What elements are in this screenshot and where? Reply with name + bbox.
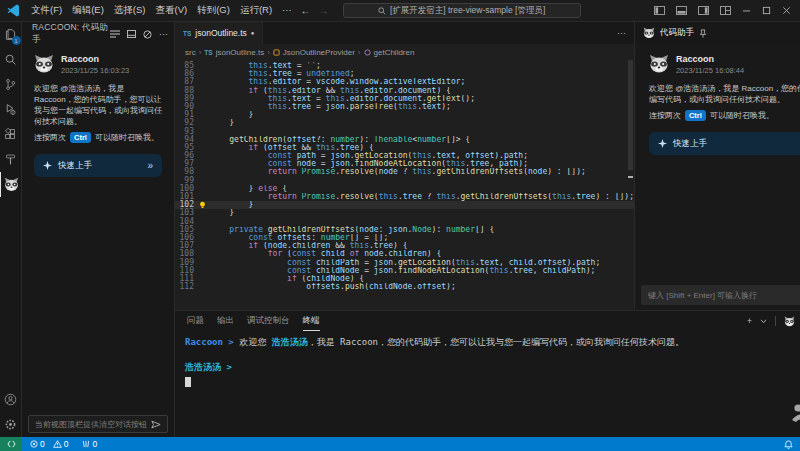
code-line[interactable]: 87 this.editor = vscode.window.activeTex… (175, 78, 634, 86)
sidebar-title: RACCOON: 代码助手 (32, 22, 110, 46)
remote-indicator[interactable] (0, 437, 22, 451)
code-line[interactable]: 96 const path = json.getLocation(this.te… (175, 152, 634, 160)
sidebar-chat-input[interactable]: 当前视图顶栏提供清空对话按钮 (28, 415, 168, 433)
assistant-panel: 代码助手 ··· Raccoon 2023/11/25 16:08:44 (634, 22, 800, 310)
code-line[interactable]: 85 this.text = ''; (175, 62, 634, 70)
code-line[interactable]: 90 this.tree = json.parseTree(this.text)… (175, 103, 634, 111)
breadcrumb-method[interactable]: getChildren (374, 48, 415, 57)
settings-gear-icon[interactable] (0, 412, 22, 437)
code-line[interactable]: 94 getChildren(offset?: number): Thenabl… (175, 136, 634, 144)
menu-run[interactable]: 运行(R) (235, 4, 277, 17)
notifications-bell-icon[interactable] (784, 440, 793, 449)
gutter (199, 234, 210, 242)
menu-selection[interactable]: 选择(S) (109, 4, 151, 17)
code-line[interactable]: 88 if (this.editor && this.editor.docume… (175, 87, 634, 95)
tab-output[interactable]: 输出 (217, 311, 234, 331)
activity-extensions-icon[interactable] (0, 122, 22, 147)
command-center-search[interactable]: [扩展开发宿主] tree-view-sample [管理员] (343, 3, 581, 18)
code-line[interactable]: 104 (175, 218, 634, 226)
extension-status[interactable]: 0 (82, 439, 97, 449)
code-text: this.tree = undefined; (210, 70, 355, 78)
code-line[interactable]: 110 const childNode = json.findNodeAtLoc… (175, 267, 634, 275)
editor-scrollbar[interactable] (628, 60, 633, 170)
code-line[interactable]: 98 return Promise.resolve(node ? this.ge… (175, 168, 634, 176)
chevron-down-icon[interactable] (760, 319, 767, 324)
code-editor[interactable]: 85 this.text = '';86 this.tree = undefin… (175, 60, 634, 310)
settings-icon[interactable] (143, 30, 152, 39)
toggle-secondary-sidebar-icon[interactable] (698, 6, 709, 15)
tab-jsonoutline[interactable]: TS jsonOutline.ts ● (175, 22, 263, 44)
code-line[interactable]: 102 } (175, 201, 634, 209)
quickstart-label: 快速上手 (673, 138, 707, 150)
line-number[interactable]: 112 (175, 283, 199, 291)
quickstart-button[interactable]: 快速上手 » (34, 154, 162, 177)
menu-overflow[interactable]: ··· (277, 4, 297, 17)
maximize-icon[interactable] (762, 6, 771, 15)
menu-file[interactable]: 文件(F) (26, 4, 67, 17)
toggle-sidebar-icon[interactable] (654, 6, 665, 15)
code-line[interactable]: 86 this.tree = undefined; (175, 70, 634, 78)
lightbulb-icon[interactable] (199, 201, 210, 209)
activity-source-control-icon[interactable] (0, 72, 22, 97)
tab-debug-console[interactable]: 调试控制台 (247, 311, 290, 331)
customize-layout-icon[interactable] (720, 6, 731, 15)
accounts-icon[interactable] (0, 387, 22, 412)
ctrl-key-chip: Ctrl (685, 110, 706, 121)
breadcrumb-file[interactable]: jsonOutline.ts (216, 48, 264, 57)
code-line[interactable]: 101 return Promise.resolve(this.tree ? t… (175, 193, 634, 201)
close-icon[interactable] (782, 6, 791, 15)
modified-dot-icon[interactable]: ● (251, 30, 255, 36)
toggle-panel-icon[interactable] (676, 6, 687, 15)
code-line[interactable]: 111 if (childNode) { (175, 275, 634, 283)
code-line[interactable]: 108 for (const child of node.children) { (175, 250, 634, 258)
code-line[interactable]: 99 (175, 177, 634, 185)
code-text: } (210, 111, 253, 119)
code-line[interactable]: 109 const childPath = json.getLocation(t… (175, 259, 634, 267)
assistant-tab-label[interactable]: 代码助手 (660, 27, 694, 39)
hint-prefix: 连按两次 (34, 132, 66, 143)
code-line[interactable]: 97 const node = json.findNodeAtLocation(… (175, 160, 634, 168)
forward-icon[interactable]: → (319, 5, 329, 16)
code-line[interactable]: 93 (175, 128, 634, 136)
code-line[interactable]: 91 } (175, 111, 634, 119)
activity-explorer-icon[interactable]: 1 (0, 22, 22, 47)
breadcrumb-class[interactable]: JsonOutlineProvider (283, 48, 355, 57)
menu-view[interactable]: 查看(V) (150, 4, 192, 17)
breadcrumb-src[interactable]: src (185, 48, 196, 57)
warnings-status[interactable]: 0 (53, 439, 69, 449)
code-line[interactable]: 107 if (node.children && this.tree) { (175, 242, 634, 250)
code-line[interactable]: 92 } (175, 119, 634, 127)
code-line[interactable]: 106 const offsets: number[] = []; (175, 234, 634, 242)
activity-tools-icon[interactable] (0, 147, 22, 172)
pin-icon[interactable] (699, 29, 707, 38)
activity-run-debug-icon[interactable] (0, 97, 22, 122)
clear-chat-icon[interactable] (110, 30, 120, 38)
activity-search-icon[interactable] (0, 47, 22, 72)
code-line[interactable]: 103 } (175, 209, 634, 217)
code-line[interactable]: 105 private getChildrenOffsets(node: jso… (175, 226, 634, 234)
code-line[interactable]: 89 this.text = this.editor.document.getT… (175, 95, 634, 103)
terminal-content[interactable]: Raccoon > 欢迎您 浩浩汤汤，我是 Raccoon，您的代码助手，您可以… (175, 331, 800, 387)
activity-raccoon-icon[interactable] (0, 172, 22, 197)
open-in-editor-icon[interactable] (127, 30, 136, 38)
tab-problems[interactable]: 问题 (187, 311, 204, 331)
terminal-username: 浩浩汤汤 (272, 337, 308, 347)
hotkey-hint: 连按两次 Ctrl 可以随时召唤我。 (34, 132, 162, 143)
code-line[interactable]: 95 if (offset && this.tree) { (175, 144, 634, 152)
code-text: if (offset && this.tree) { (210, 144, 374, 152)
minimize-icon[interactable] (742, 6, 751, 15)
code-line[interactable]: 112 offsets.push(childNode.offset); (175, 283, 634, 291)
errors-status[interactable]: 0 (30, 439, 45, 449)
assistant-chat-input[interactable]: 键入 [Shift + Enter] 可输入换行 (641, 285, 800, 305)
code-line[interactable]: 100 } else { (175, 185, 634, 193)
quickstart-button[interactable]: 快速上手 » (649, 132, 800, 155)
more-actions-icon[interactable]: ··· (159, 29, 168, 39)
new-terminal-icon[interactable]: + (747, 316, 752, 326)
editor-actions-more-icon[interactable]: ··· (617, 28, 634, 38)
menu-edit[interactable]: 编辑(E) (67, 4, 109, 17)
hint-prefix: 连按两次 (649, 110, 681, 121)
menu-goto[interactable]: 转到(G) (192, 4, 235, 17)
back-icon[interactable]: ← (301, 5, 311, 16)
send-icon[interactable] (151, 420, 161, 429)
tab-terminal[interactable]: 终端 (303, 311, 320, 331)
